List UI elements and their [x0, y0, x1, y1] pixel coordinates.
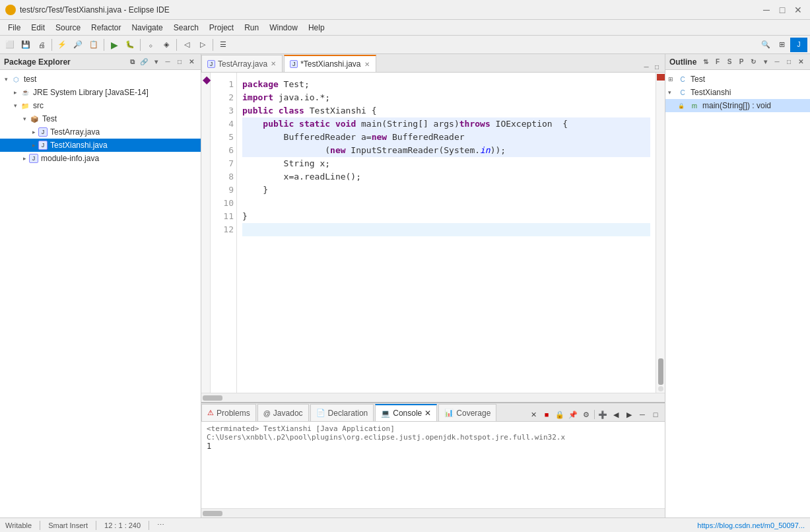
tab-label: Javadoc	[273, 409, 303, 418]
toolbar-btn4[interactable]: ⬦	[143, 38, 158, 52]
javadoc-icon: @	[263, 409, 271, 417]
toolbar-next[interactable]: ▷	[195, 38, 210, 52]
tree-item-testxianshi[interactable]: ▸ J TestXianshi.java	[0, 139, 201, 152]
close-panel-button[interactable]: ✕	[186, 57, 197, 67]
outline-item-testxianshi[interactable]: ▾ C TestXianshi	[665, 86, 810, 99]
keyword: void	[335, 117, 356, 131]
maximize-button[interactable]: □	[776, 3, 789, 17]
h-scrollbar-thumb[interactable]	[203, 511, 222, 516]
console-scroll-lock[interactable]: 🔒	[553, 408, 566, 421]
tab-close-button[interactable]: ✕	[270, 59, 277, 68]
hide-nonpublic-button[interactable]: P	[736, 57, 747, 67]
maximize-editor-button[interactable]: □	[652, 61, 662, 72]
minimize-bottom[interactable]: ─	[636, 408, 649, 421]
toolbar-debug[interactable]: 🐛	[123, 38, 137, 52]
view-menu-btn[interactable]: ▾	[760, 57, 770, 67]
view-menu-button[interactable]: ▾	[151, 57, 161, 67]
toolbar-btn3[interactable]: 📋	[86, 38, 101, 52]
sync-button[interactable]: ↻	[748, 57, 759, 67]
minimize-panel-button[interactable]: ─	[162, 57, 173, 67]
status-link[interactable]: https://blog.csdn.net/m0_50097...	[697, 521, 805, 529]
console-h-scrollbar[interactable]	[201, 508, 665, 517]
prev-console-button[interactable]: ◀	[609, 408, 623, 421]
java-icon: J	[29, 154, 38, 163]
eclipse-icon	[5, 5, 16, 15]
next-console-button[interactable]: ▶	[623, 408, 636, 421]
menu-navigate[interactable]: Navigate	[126, 22, 168, 34]
close-outline[interactable]: ✕	[795, 57, 806, 67]
outline-item-main[interactable]: 🔒 m main(String[]) : void	[665, 99, 810, 112]
toolbar-view-menu[interactable]: ⊞	[774, 38, 789, 52]
menu-refactor[interactable]: Refactor	[86, 22, 126, 34]
hide-static-button[interactable]: S	[724, 57, 735, 67]
h-scrollbar-thumb[interactable]	[203, 395, 222, 401]
jre-icon: ☕	[20, 87, 30, 98]
scrollbar-down[interactable]	[658, 386, 663, 391]
minimize-outline[interactable]: ─	[772, 57, 782, 67]
link-editor-button[interactable]: 🔗	[139, 57, 149, 67]
maximize-bottom[interactable]: □	[649, 408, 662, 421]
toolbar-perspective[interactable]: ☰	[216, 38, 230, 52]
menu-project[interactable]: Project	[204, 22, 239, 34]
menu-source[interactable]: Source	[50, 22, 86, 34]
toolbar-run[interactable]: ▶	[107, 38, 121, 52]
code-editor[interactable]: package Test; import java.io.*; public c…	[237, 73, 656, 393]
sort-button[interactable]: ⇅	[700, 57, 711, 67]
console-output[interactable]: <terminated> TestXianshi [Java Applicati…	[201, 422, 665, 508]
tree-item-src[interactable]: ▾ 📁 src	[0, 99, 201, 112]
close-button[interactable]: ✕	[792, 3, 805, 17]
toolbar-java-perspective[interactable]: J	[790, 38, 807, 52]
minimize-editor-button[interactable]: ─	[641, 61, 652, 72]
package-explorer-title: Package Explorer	[4, 57, 127, 67]
expand-icon: ▸	[11, 89, 20, 96]
toolbar-btn1[interactable]: ⚡	[55, 38, 69, 52]
toolbar-new[interactable]: ⬜	[3, 38, 17, 52]
horizontal-scrollbar[interactable]	[201, 393, 665, 402]
toolbar-btn2[interactable]: 🔎	[71, 38, 85, 52]
tab-coverage[interactable]: 📊 Coverage	[438, 404, 496, 421]
tab-close-button[interactable]: ✕	[364, 60, 370, 69]
tree-label: src	[33, 101, 44, 110]
console-settings[interactable]: ⚙	[580, 408, 593, 421]
code-line-7: String x;	[242, 157, 650, 170]
tab-testxianshi[interactable]: J *TestXianshi.java ✕	[284, 55, 376, 72]
tab-close-button[interactable]: ✕	[424, 409, 431, 418]
tab-testarray[interactable]: J TestArray.java ✕	[201, 55, 283, 72]
annotation-scrollbar[interactable]	[656, 73, 665, 393]
main-content: Package Explorer ⧉ 🔗 ▾ ─ □ ✕ ▾ ⬡ test ▸	[0, 54, 810, 517]
menu-run[interactable]: Run	[239, 22, 264, 34]
tree-item-testarray[interactable]: ▸ J TestArray.java	[0, 125, 201, 139]
console-terminate-button[interactable]: ■	[540, 408, 553, 421]
tree-item-test-package[interactable]: ▾ 📦 Test	[0, 112, 201, 125]
outline-item-test[interactable]: ⊞ C Test	[665, 73, 810, 86]
tab-declaration[interactable]: 📄 Declaration	[310, 404, 374, 421]
tab-console[interactable]: 💻 Console ✕	[375, 404, 437, 421]
toolbar-print[interactable]: 🖨	[34, 38, 49, 52]
collapse-all-button[interactable]: ⧉	[127, 57, 137, 67]
menu-help[interactable]: Help	[303, 22, 330, 34]
editor-panel: J TestArray.java ✕ J *TestXianshi.java ✕…	[201, 54, 665, 517]
menu-window[interactable]: Window	[264, 22, 303, 34]
toolbar-btn5[interactable]: ◈	[159, 38, 174, 52]
tree-item-test[interactable]: ▾ ⬡ test	[0, 73, 201, 86]
status-sep1	[40, 521, 40, 530]
menu-search[interactable]: Search	[168, 22, 204, 34]
console-pin[interactable]: 📌	[566, 408, 580, 421]
toolbar-save[interactable]: 💾	[18, 38, 33, 52]
minimize-button[interactable]: ─	[760, 3, 773, 17]
toolbar-prev[interactable]: ◁	[180, 38, 194, 52]
scrollbar-thumb[interactable]	[658, 358, 663, 385]
console-clear-button[interactable]: ✕	[527, 408, 540, 421]
tree-item-moduleinfo[interactable]: ▸ J module-info.java	[0, 152, 201, 165]
tab-problems[interactable]: ⚠ Problems	[201, 404, 256, 421]
tree-item-jre[interactable]: ▸ ☕ JRE System Library [JavaSE-14]	[0, 86, 201, 99]
maximize-panel-button[interactable]: □	[174, 57, 185, 67]
menu-edit[interactable]: Edit	[26, 22, 50, 34]
menu-file[interactable]: File	[3, 22, 26, 34]
tab-javadoc[interactable]: @ Javadoc	[257, 404, 309, 421]
new-console-button[interactable]: ➕	[596, 408, 609, 421]
hide-fields-button[interactable]: F	[712, 57, 723, 67]
maximize-outline[interactable]: □	[784, 57, 794, 67]
outline-title: Outline	[669, 57, 700, 67]
toolbar-search-global[interactable]: 🔍	[759, 38, 773, 52]
